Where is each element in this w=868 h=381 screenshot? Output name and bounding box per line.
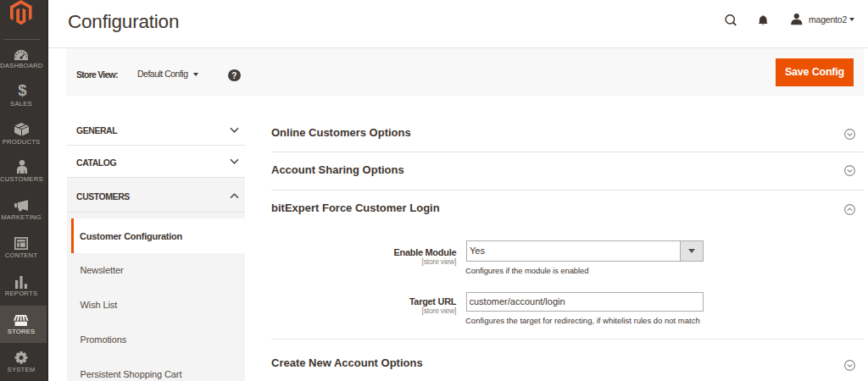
- svg-text:$: $: [18, 83, 27, 97]
